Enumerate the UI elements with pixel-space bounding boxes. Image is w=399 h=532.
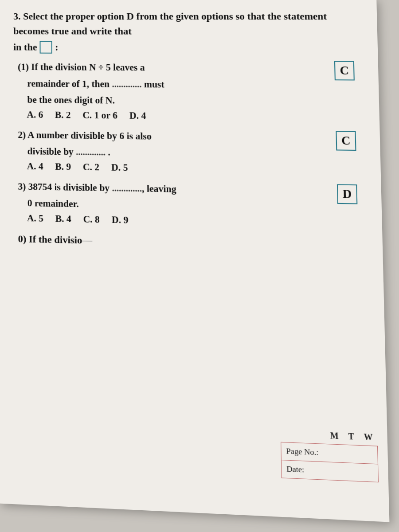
sub-q3-content: 3) 38754 is divisible by ............., … (18, 179, 334, 230)
sub-question-4: 0) If the divisio— (13, 231, 368, 254)
sub-q1-options: A. 6 B. 2 C. 1 or 6 D. 4 (18, 109, 332, 123)
sub-question-2: 2) A number divisible by 6 is also divis… (13, 127, 366, 177)
notebook-info: M T W Page No.: Date: (281, 429, 379, 482)
sub-question-1: (1) If the division N ÷ 5 leaves a remai… (13, 60, 365, 124)
in-the-label: in the (13, 41, 37, 53)
sub-q2-answer-box[interactable]: C (336, 131, 356, 151)
sub-q1-text-line3: be the ones digit of N. (18, 93, 331, 110)
sub-q1-answer-box[interactable]: C (334, 61, 355, 80)
sub-q2-options: A. 4 B. 9 C. 2 D. 5 (18, 160, 333, 176)
w-label: W (364, 432, 372, 443)
sub-question-3: 3) 38754 is divisible by ............., … (13, 179, 368, 231)
answer-blank-main[interactable] (40, 41, 52, 53)
m-label: M (330, 431, 339, 442)
sub-q3-answer-box[interactable]: D (337, 184, 357, 204)
sub-q2-answer: C (341, 133, 351, 148)
question-number: 3. (13, 11, 21, 22)
page-no-label: Page No.: (286, 446, 318, 458)
worksheet-page: 3. Select the proper option D from the g… (0, 0, 389, 522)
date-label: Date: (286, 464, 305, 475)
sub-q1-content: (1) If the division N ÷ 5 leaves a remai… (18, 60, 332, 123)
in-the-line: in the : (13, 41, 364, 55)
t-label: T (348, 431, 354, 442)
mtw-row: M T W (281, 429, 378, 443)
sub-q2-text-line2: divisible by ............. . (18, 144, 332, 163)
sub-q4-partial-text: 0) If the divisio— (18, 231, 368, 254)
sub-q1-text-line2: remainder of 1, then ............. must (18, 76, 331, 93)
sub-q2-content: 2) A number divisible by 6 is also divis… (18, 127, 333, 176)
question-header: 3. Select the proper option D from the g… (13, 8, 363, 39)
sub-q2-text-line1: 2) A number divisible by 6 is also (18, 127, 332, 146)
instruction-text: Select the proper option D from the give… (13, 10, 327, 36)
sub-q1-answer: C (340, 64, 349, 78)
sub-q3-answer: D (343, 187, 352, 201)
sub-q1-text-line1: (1) If the division N ÷ 5 leaves a (18, 60, 331, 76)
colon-label: : (55, 41, 59, 53)
info-table: Page No.: Date: (281, 442, 379, 482)
date-row: Date: (282, 460, 378, 482)
